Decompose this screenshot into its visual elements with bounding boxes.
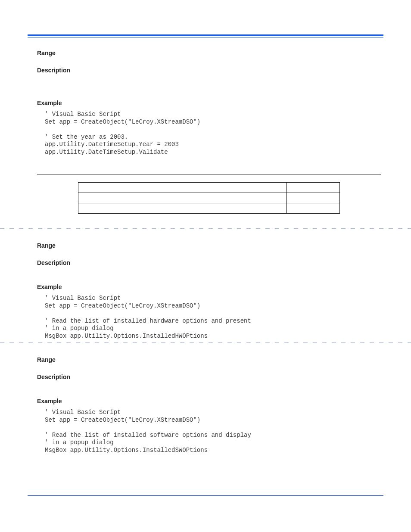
table-cell xyxy=(78,203,287,214)
code-block: ' Visual Basic Script Set app = CreateOb… xyxy=(45,295,381,340)
range-heading: Range xyxy=(37,242,381,249)
example-heading: Example xyxy=(37,398,381,404)
description-heading: Description xyxy=(37,259,381,266)
code-block: ' Visual Basic Script Set app = CreateOb… xyxy=(45,111,381,156)
example-heading: Example xyxy=(37,100,381,106)
dashed-divider xyxy=(0,228,411,229)
table-cell xyxy=(287,193,340,203)
options-table xyxy=(78,182,340,214)
header-rule-thin xyxy=(28,37,383,37)
example-heading: Example xyxy=(37,283,381,290)
footer-rule xyxy=(28,495,383,496)
table-cell xyxy=(78,183,287,193)
table-cell xyxy=(78,193,287,203)
table-cell xyxy=(287,183,340,193)
header-rule-thick xyxy=(28,34,383,36)
table-row xyxy=(78,193,340,203)
range-heading: Range xyxy=(37,50,381,56)
table-row xyxy=(78,183,340,193)
table-row xyxy=(78,203,340,214)
section-divider xyxy=(37,174,381,174)
table-cell xyxy=(287,203,340,214)
code-block: ' Visual Basic Script Set app = CreateOb… xyxy=(45,409,381,454)
description-heading: Description xyxy=(37,373,381,380)
range-heading: Range xyxy=(37,356,381,363)
dashed-divider xyxy=(0,342,411,343)
description-heading: Description xyxy=(37,67,381,74)
